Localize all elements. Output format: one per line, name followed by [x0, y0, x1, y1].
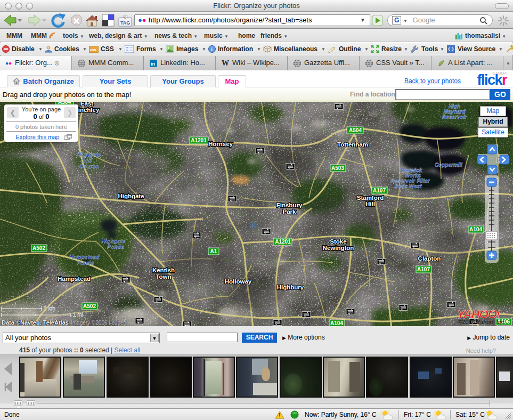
svg-text:!: ! [279, 413, 280, 418]
svg-text:A1201: A1201 [275, 239, 291, 245]
svg-text:css: css [90, 48, 96, 52]
svg-text:Imagery ©2006 i-cubed: Imagery ©2006 i-cubed [71, 320, 126, 326]
svg-text:i: i [211, 47, 213, 52]
svg-text:Coppermill: Coppermill [435, 162, 462, 168]
svg-text:Finsbury: Finsbury [276, 202, 303, 208]
svg-text:A104: A104 [330, 320, 343, 326]
svg-text:Highbury: Highbury [277, 284, 304, 290]
svg-text:Course: Course [79, 163, 99, 169]
svg-text:Stamford: Stamford [357, 195, 384, 201]
svg-text:A1201: A1201 [191, 138, 207, 143]
svg-text:Hampstead: Hampstead [58, 276, 91, 282]
svg-text:Data ©Navteq, TeleAtlas: Data ©Navteq, TeleAtlas [2, 319, 69, 326]
svg-text:Newington: Newington [323, 245, 354, 251]
svg-text:Ponds: Ponds [107, 244, 124, 250]
svg-text:A502: A502 [32, 245, 45, 251]
svg-text:Beds West: Beds West [395, 183, 422, 189]
svg-text:A503: A503 [331, 165, 344, 171]
svg-text:Kentish: Kentish [152, 267, 175, 273]
svg-text:A1: A1 [210, 248, 217, 254]
svg-text:A504: A504 [349, 127, 362, 133]
svg-text:Hornsey: Hornsey [208, 141, 233, 147]
svg-text:Town: Town [156, 273, 171, 280]
svg-text:Highgate: Highgate [118, 193, 144, 199]
svg-text:Reservoir: Reservoir [442, 114, 467, 120]
svg-text:in: in [151, 61, 155, 67]
svg-text:East: East [80, 102, 93, 107]
svg-text:A107: A107 [373, 188, 386, 193]
svg-text:Clapton: Clapton [418, 255, 441, 262]
svg-text:Hill: Hill [365, 201, 375, 207]
svg-text:A104: A104 [469, 227, 482, 232]
svg-text:Park: Park [283, 208, 297, 215]
svg-text:©2006 Yahoo! Inc: ©2006 Yahoo! Inc [458, 319, 504, 325]
svg-text:Ponds: Ponds [77, 260, 94, 266]
svg-text:1 mi: 1 mi [73, 312, 83, 318]
svg-text:Stoke: Stoke [330, 238, 346, 245]
svg-text:Holloway: Holloway [225, 278, 252, 285]
svg-text:Tottenham: Tottenham [337, 141, 368, 148]
svg-text:A502: A502 [83, 303, 96, 309]
svg-text:A107: A107 [417, 266, 430, 272]
svg-text:1 km: 1 km [44, 305, 55, 311]
svg-text:TAG: TAG [120, 20, 130, 26]
